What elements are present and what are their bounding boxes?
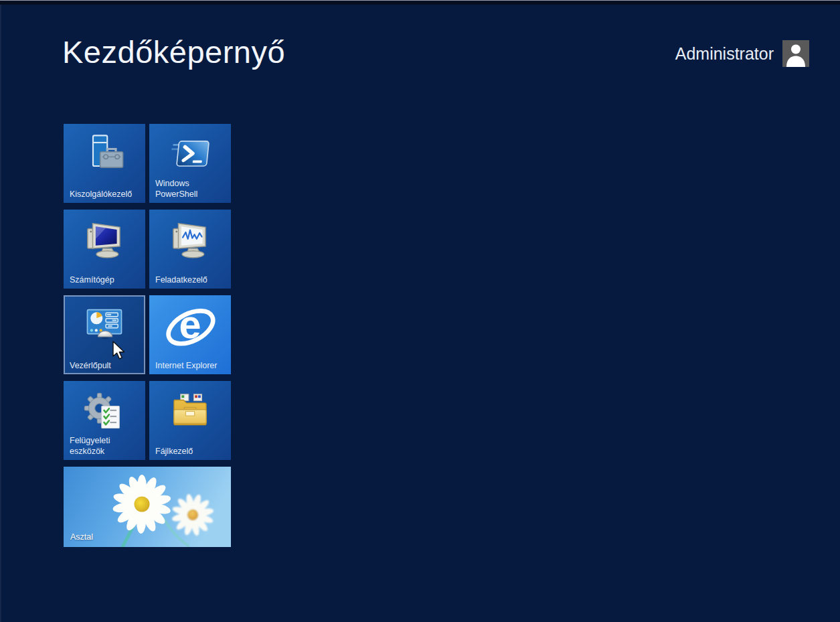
tile-task-manager[interactable]: Feladatkezelő <box>149 210 231 289</box>
tile-label: Kiszolgálókezelő <box>70 189 143 200</box>
user-name: Administrator <box>675 44 774 64</box>
internet-explorer-icon: e <box>153 299 227 353</box>
tile-label: Feladatkezelő <box>155 275 228 285</box>
computer-icon <box>68 214 141 267</box>
start-screen: Kezdőképernyő Administrator Kis <box>0 0 840 622</box>
powershell-icon <box>153 128 227 181</box>
server-manager-icon <box>68 128 141 181</box>
tile-label: Vezérlőpult <box>70 360 143 371</box>
window-top-edge <box>0 0 840 5</box>
tile-windows-powershell[interactable]: Windows PowerShell <box>149 124 231 203</box>
tile-label: Számítógép <box>70 275 143 285</box>
administrative-tools-icon <box>68 385 141 439</box>
task-manager-icon <box>153 214 227 267</box>
control-panel-icon <box>68 299 141 353</box>
tile-server-manager[interactable]: Kiszolgálókezelő <box>64 124 145 203</box>
tile-control-panel[interactable]: Vezérlőpult <box>64 295 145 374</box>
svg-text:e: e <box>179 302 201 347</box>
tile-label: Windows PowerShell <box>155 178 228 200</box>
tile-internet-explorer[interactable]: e Internet Explorer <box>149 295 231 374</box>
tile-desktop[interactable]: Asztal <box>64 467 231 547</box>
tile-label: Felügyeleti eszközök <box>70 435 143 457</box>
tile-label: Asztal <box>70 532 228 542</box>
file-explorer-icon <box>153 385 227 439</box>
page-title: Kezdőképernyő <box>62 35 285 70</box>
user-menu[interactable]: Administrator <box>675 40 809 67</box>
tile-label: Fájlkezelő <box>155 446 228 457</box>
tile-label: Internet Explorer <box>155 360 228 371</box>
tile-administrative-tools[interactable]: Felügyeleti eszközök <box>64 381 145 460</box>
user-avatar-icon <box>782 40 809 67</box>
tile-file-explorer[interactable]: Fájlkezelő <box>149 381 231 460</box>
tile-computer[interactable]: Számítógép <box>64 210 145 289</box>
